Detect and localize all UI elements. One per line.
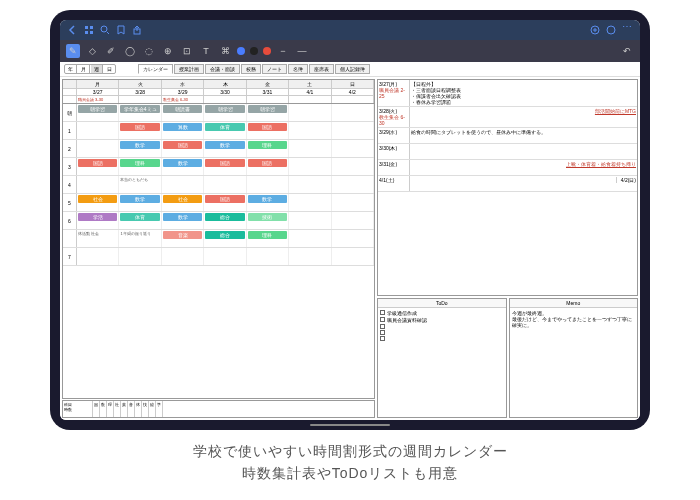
minus-icon[interactable]: − — [276, 44, 290, 58]
shape-tool[interactable]: ◯ — [123, 44, 137, 58]
right-pane: 3/27(月)職員会議 2-25【日程外】・三者面談日程調整表・保護者会出欠確認… — [377, 79, 638, 418]
tab[interactable]: 会議・面談 — [205, 64, 240, 74]
svg-point-7 — [607, 26, 615, 34]
eraser-tool[interactable]: ◇ — [85, 44, 99, 58]
tab[interactable]: 授業計画 — [174, 64, 204, 74]
view-btn-日[interactable]: 日 — [104, 65, 115, 73]
link-tool[interactable]: ⌘ — [218, 44, 232, 58]
camera-tool[interactable]: ⊡ — [180, 44, 194, 58]
checkbox[interactable] — [380, 330, 385, 335]
content-area: 年月週日 カレンダー授業計画会議・面談校務ノート名簿座席表個人記録簿 月火水木金… — [60, 62, 640, 420]
color-red[interactable] — [263, 47, 271, 55]
memo-title: Memo — [510, 299, 637, 308]
tablet-frame: ⋯ ✎ ◇ ✐ ◯ ◌ ⊕ ⊡ T ⌘ − — ↶ 年月週日 カレンダー授業計画… — [50, 10, 650, 430]
add-icon[interactable] — [590, 21, 600, 39]
checkbox[interactable] — [380, 317, 385, 322]
svg-point-4 — [101, 26, 107, 32]
main-split: 月火水木金土日 3/273/283/293/303/314/14/2 職員会議 … — [60, 77, 640, 420]
tab-row: 年月週日 カレンダー授業計画会議・面談校務ノート名簿座席表個人記録簿 — [60, 62, 640, 77]
calendar-grid[interactable]: 月火水木金土日 3/273/283/293/303/314/14/2 職員会議 … — [62, 79, 375, 399]
share-icon[interactable] — [132, 21, 142, 39]
tab[interactable]: 座席表 — [309, 64, 334, 74]
image-tool[interactable]: ⊕ — [161, 44, 175, 58]
undo-icon[interactable]: ↶ — [620, 44, 634, 58]
svg-rect-3 — [90, 31, 93, 34]
grid-icon[interactable] — [84, 21, 94, 39]
svg-rect-2 — [85, 31, 88, 34]
view-switcher: 年月週日 — [64, 64, 116, 74]
color-blue[interactable] — [237, 47, 245, 55]
todo-title: ToDo — [378, 299, 505, 308]
drawing-toolbar: ✎ ◇ ✐ ◯ ◌ ⊕ ⊡ T ⌘ − — ↶ — [60, 40, 640, 62]
search-icon[interactable] — [100, 21, 110, 39]
tab[interactable]: 校務 — [241, 64, 261, 74]
memo-panel[interactable]: Memo 今週が最終週。 最後だけど、今までやってきたことを一つずつ丁寧に確実に… — [509, 298, 638, 418]
home-indicator[interactable] — [310, 424, 390, 426]
tab[interactable]: 個人記録簿 — [335, 64, 370, 74]
tab[interactable]: 名簿 — [288, 64, 308, 74]
checkbox[interactable] — [380, 310, 385, 315]
app-titlebar: ⋯ — [60, 20, 640, 40]
checkbox[interactable] — [380, 324, 385, 329]
tab[interactable]: カレンダー — [138, 64, 173, 74]
svg-rect-0 — [85, 26, 88, 29]
todo-panel[interactable]: ToDo 学級通信作成職員会議資料確認 — [377, 298, 506, 418]
stats-table: 科目時数国数理社英音体技総学 — [62, 400, 375, 418]
color-black[interactable] — [250, 47, 258, 55]
tab[interactable]: ノート — [262, 64, 287, 74]
bookmark-icon[interactable] — [116, 21, 126, 39]
view-btn-年[interactable]: 年 — [65, 65, 77, 73]
settings-icon[interactable] — [606, 21, 616, 39]
lasso-tool[interactable]: ◌ — [142, 44, 156, 58]
captions: 学校で使いやすい時間割形式の週間カレンダー 時数集計表やToDoリストも用意 — [0, 440, 700, 485]
section-tabs: カレンダー授業計画会議・面談校務ノート名簿座席表個人記録簿 — [138, 64, 370, 74]
caption-1: 学校で使いやすい時間割形式の週間カレンダー — [0, 440, 700, 462]
line-icon[interactable]: — — [295, 44, 309, 58]
view-btn-週[interactable]: 週 — [91, 65, 103, 73]
highlighter-tool[interactable]: ✐ — [104, 44, 118, 58]
left-pane: 月火水木金土日 3/273/283/293/303/314/14/2 職員会議 … — [62, 79, 375, 418]
back-icon[interactable] — [68, 21, 78, 39]
view-btn-月[interactable]: 月 — [78, 65, 90, 73]
daily-list[interactable]: 3/27(月)職員会議 2-25【日程外】・三者面談日程調整表・保護者会出欠確認… — [377, 79, 638, 296]
svg-rect-1 — [90, 26, 93, 29]
close-icon[interactable]: ⋯ — [622, 21, 632, 39]
pen-tool[interactable]: ✎ — [66, 44, 80, 58]
screen: ⋯ ✎ ◇ ✐ ◯ ◌ ⊕ ⊡ T ⌘ − — ↶ 年月週日 カレンダー授業計画… — [60, 20, 640, 420]
text-tool[interactable]: T — [199, 44, 213, 58]
caption-2: 時数集計表やToDoリストも用意 — [0, 462, 700, 484]
checkbox[interactable] — [380, 336, 385, 341]
memo-text: 今週が最終週。 最後だけど、今までやってきたことを一つずつ丁寧に確実に。 — [510, 308, 637, 417]
